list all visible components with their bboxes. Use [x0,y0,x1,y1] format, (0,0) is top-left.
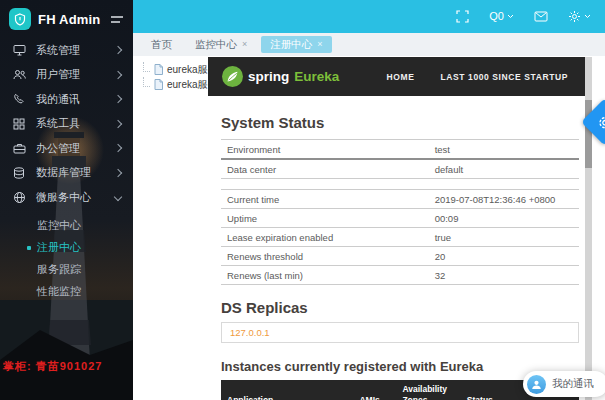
table-row: Uptime 00:09 [221,209,579,228]
row-label: Uptime [221,209,429,228]
chevron-right-icon [114,95,122,103]
instances-title: Instances currently registered with Eure… [221,359,579,374]
tree-connector [143,62,150,72]
row-label: Renews threshold [221,247,429,266]
sidebar-item-label: 数据库管理 [36,165,115,180]
submenu-item-monitoring-center[interactable]: 监控中心 [0,215,133,237]
replica-link[interactable]: 127.0.0.1 [230,327,270,338]
tab-home[interactable]: 首页 [142,36,181,53]
table-row: Environment test [221,140,579,160]
sidebar-item-microservice-center[interactable]: 微服务中心 [0,185,133,210]
topbar: Q0 [133,0,605,33]
sidebar-item-label: 系统工具 [36,116,115,131]
submenu-item-service-tracking[interactable]: 服务跟踪 [0,259,133,281]
chevron-down-icon [507,14,514,19]
app-window: FH Admin 系统管理 用户管理 [0,0,605,400]
tab-monitoring-center[interactable]: 监控中心 × [186,36,256,53]
submenu-item-label: 性能监控 [37,284,81,299]
submenu-item-label: 服务跟踪 [37,262,81,277]
chat-widget-label: 我的通讯 [552,377,594,391]
column-header-amis: AMIs [353,380,396,400]
sidebar-item-label: 用户管理 [36,67,115,82]
row-value: default [429,159,579,179]
row-value: test [429,140,579,160]
chevron-right-icon [114,46,122,54]
general-info-table: Environment test Data center default [221,139,579,179]
ds-replicas-title: DS Replicas [221,299,579,316]
chevron-right-icon [114,144,122,152]
chevron-right-icon [114,71,122,79]
qq-menu[interactable]: Q0 [489,11,514,22]
sidebar-header: FH Admin [0,0,133,38]
briefcase-icon [13,143,27,154]
system-status-title: System Status [221,114,579,131]
eureka-body: System Status Environment test Data cent… [208,114,592,400]
table-row: Renews threshold 20 [221,247,579,266]
row-value: 32 [429,266,579,285]
sidebar-item-system-tools[interactable]: 系统工具 [0,112,133,137]
row-label: Current time [221,190,429,209]
replica-box: 127.0.0.1 [221,322,579,343]
database-icon [13,167,27,179]
gear-icon [598,115,605,130]
fullscreen-icon[interactable] [456,10,469,23]
avatar [527,375,546,394]
tab-registration-center[interactable]: 注册中心 × [261,36,331,53]
spring-brand-text: spring [248,69,289,84]
chevron-down-icon [584,14,591,19]
chevron-right-icon [114,120,122,128]
qq-menu-label: Q0 [489,11,504,22]
eureka-nav-links: HOME LAST 1000 SINCE STARTUP [387,72,578,82]
spring-leaf-icon [222,66,243,87]
monitor-icon [13,44,27,56]
sidebar-item-label: 我的通讯 [36,92,115,107]
submenu-item-label: 监控中心 [37,218,81,233]
sidebar: FH Admin 系统管理 用户管理 [0,0,133,400]
row-label: Renews (last min) [221,266,429,285]
close-icon[interactable]: × [317,40,322,49]
sidebar-item-label: 办公管理 [36,141,115,156]
scrollbar-track[interactable] [585,57,592,400]
sidebar-item-database-management[interactable]: 数据库管理 [0,161,133,186]
sidebar-item-office-management[interactable]: 办公管理 [0,136,133,161]
column-header-availability-zones: Availability Zones [396,380,460,400]
column-header-application: Application [221,380,353,400]
mail-icon[interactable] [534,11,548,22]
close-icon[interactable]: × [242,40,247,49]
sidebar-item-user-management[interactable]: 用户管理 [0,63,133,88]
row-value: true [429,228,579,247]
row-label: Data center [221,159,429,179]
sidebar-item-my-communications[interactable]: 我的通讯 [0,87,133,112]
row-label: Lease expiration enabled [221,228,429,247]
phone-icon [13,93,27,105]
chat-widget[interactable]: 我的通讯 [523,371,605,397]
table-row: Data center default [221,159,579,179]
sidebar-menu: 系统管理 用户管理 我的通讯 系统工具 [0,38,133,303]
sidebar-item-system-management[interactable]: 系统管理 [0,38,133,63]
app-title: FH Admin [38,12,103,27]
row-value: 00:09 [429,209,579,228]
fh-logo-icon [9,8,31,30]
tab-label: 首页 [151,38,172,52]
menu-collapse-icon[interactable] [110,15,124,24]
tab-label: 监控中心 [195,38,237,52]
main-content: eureka服务1 eureka服务2 spring Eureka HOME L… [133,56,605,400]
submenu-item-performance-monitoring[interactable]: 性能监控 [0,281,133,303]
eureka-last1000-link[interactable]: LAST 1000 SINCE STARTUP [441,72,568,82]
users-icon [13,69,27,80]
tab-label: 注册中心 [270,38,312,52]
row-label: Environment [221,140,429,160]
owner-watermark: 掌柜: 青苗901027 [3,359,102,374]
sidebar-item-label: 微服务中心 [36,190,115,205]
eureka-home-link[interactable]: HOME [387,72,415,82]
submenu-item-registration-center[interactable]: 注册中心 [0,237,133,259]
table-row: Lease expiration enabled true [221,228,579,247]
chevron-down-icon [114,193,122,201]
runtime-status-table: Current time 2019-07-08T12:36:46 +0800 U… [221,189,579,285]
settings-menu[interactable] [568,10,591,23]
chevron-right-icon [114,169,122,177]
file-icon [154,79,163,90]
gear-icon [568,10,581,23]
eureka-brand-text: Eureka [294,69,339,84]
table-row: Current time 2019-07-08T12:36:46 +0800 [221,190,579,209]
